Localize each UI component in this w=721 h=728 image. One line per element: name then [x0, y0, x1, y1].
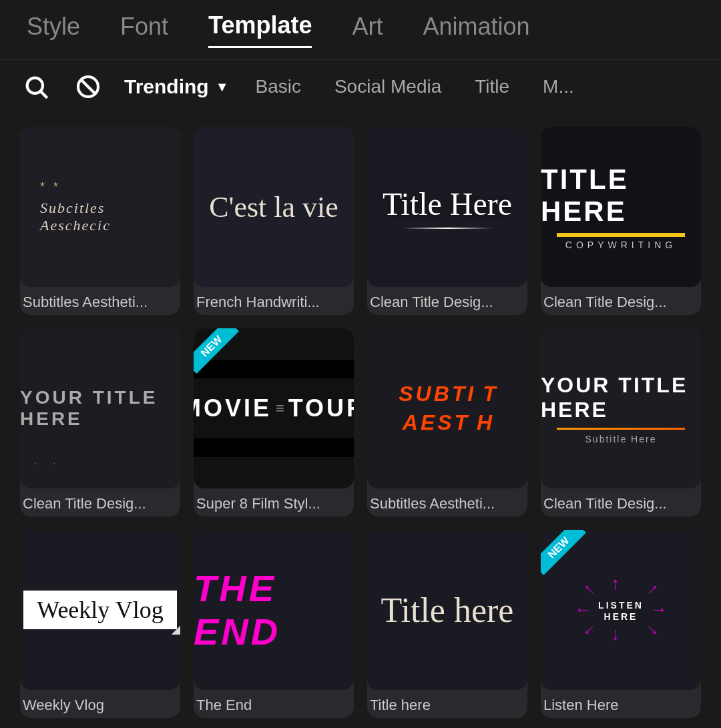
new-badge: [194, 328, 242, 376]
arrow-icon: ↑: [578, 621, 599, 641]
card-thumbnail: TITLE HERE COPYWRITING: [541, 127, 701, 287]
card-label: French Handwriti...: [194, 287, 354, 315]
film-bar-bottom: [194, 438, 354, 457]
trending-label: Trending: [124, 75, 209, 98]
template-card[interactable]: ↑ ↑ ↑ ↑ ↑ ↑ ↑ ↑ LISTEN HERE Listen Here: [541, 530, 701, 718]
filter-title[interactable]: Title: [468, 76, 516, 97]
arrow-icon: ↑: [611, 573, 620, 594]
template-card[interactable]: Title Here Clean Title Desig...: [367, 127, 527, 315]
template-card[interactable]: TITLE HERE COPYWRITING Clean Title Desig…: [541, 127, 701, 315]
arrow-icon: ↑: [611, 626, 620, 647]
svg-line-1: [41, 92, 47, 98]
template-card[interactable]: C'est la vie French Handwriti...: [194, 127, 354, 315]
card-thumbnail: YOUR TITLE HERE . .: [20, 328, 180, 488]
arrow-icon: ↑: [643, 579, 664, 599]
subti-main-text: SUBTI: [399, 382, 476, 406]
card-thumbnail: SUBTI T AEST H: [367, 328, 527, 488]
decorative-dots: * *: [40, 180, 61, 194]
card-label: Clean Title Desig...: [541, 287, 701, 315]
card-title-text: THE END: [194, 567, 354, 653]
vlog-box: Weekly Vlog: [23, 591, 176, 629]
template-card[interactable]: YOUR TITLE HERE Subtitle Here Clean Titl…: [541, 328, 701, 516]
card-label: Super 8 Film Styl...: [194, 488, 354, 516]
card-title-text: Weekly Vlog: [37, 596, 163, 624]
filter-more[interactable]: M...: [536, 76, 581, 97]
svg-line-3: [80, 79, 96, 95]
decorative-line: [557, 233, 685, 237]
card-title-text: TITLE HERE: [541, 163, 701, 228]
card-title-text: Subcitles Aeschecic: [40, 200, 160, 234]
subti-row-1: SUBTI T: [399, 382, 496, 406]
card-thumbnail: C'est la vie: [194, 127, 354, 287]
subti-main-text-2: AEST: [403, 410, 470, 435]
tab-style[interactable]: Style: [27, 13, 80, 47]
template-card[interactable]: THE END The End: [194, 530, 354, 718]
template-card[interactable]: Weekly Vlog Weekly Vlog: [20, 530, 180, 718]
tab-template[interactable]: Template: [208, 11, 312, 48]
movie-tour-content: MOVIE ≡ TOUR: [194, 378, 354, 438]
template-card[interactable]: YOUR TITLE HERE . . Clean Title Desig...: [20, 328, 180, 516]
trending-dropdown[interactable]: Trending ▼: [124, 75, 228, 98]
subti-letter-1: T: [483, 382, 496, 406]
card-thumbnail: Title here: [367, 530, 527, 690]
card-label: Clean Title Desig...: [20, 488, 180, 516]
card-title-text: Title Here: [383, 186, 512, 222]
template-card[interactable]: MOVIE ≡ TOUR Super 8 Film Styl...: [194, 328, 354, 516]
arrow-icon: ↑: [578, 579, 599, 599]
movie-separator: ≡: [276, 400, 284, 417]
filter-bar: Trending ▼ Basic Social Media Title M...: [0, 60, 721, 113]
card-subtitle-text: COPYWRITING: [565, 240, 676, 250]
filter-basic[interactable]: Basic: [248, 76, 307, 97]
card-label: Subtitles Aestheti...: [367, 488, 527, 516]
tab-animation[interactable]: Animation: [423, 13, 529, 47]
filter-social-media[interactable]: Social Media: [328, 76, 448, 97]
card-thumbnail: * * Subcitles Aeschecic: [20, 127, 180, 287]
template-card[interactable]: SUBTI T AEST H Subtitles Aestheti...: [367, 328, 527, 516]
card-thumbnail: THE END: [194, 530, 354, 690]
subti-row-2: AEST H: [403, 410, 492, 435]
decorative-line: [402, 228, 493, 229]
card-label: Subtitles Aestheti...: [20, 287, 180, 315]
tab-art[interactable]: Art: [352, 13, 383, 47]
card-label: The End: [194, 690, 354, 718]
card-label: Title here: [367, 690, 527, 718]
template-card[interactable]: * * Subcitles Aeschecic Subtitles Aesthe…: [20, 127, 180, 315]
card-label: Weekly Vlog: [20, 690, 180, 718]
listen-text: LISTEN HERE: [584, 600, 658, 623]
card-thumbnail: YOUR TITLE HERE Subtitle Here: [541, 328, 701, 488]
card-subtitle-text: Subtitle Here: [585, 434, 657, 444]
card-thumbnail: Title Here: [367, 127, 527, 287]
movie-text: MOVIE: [194, 394, 272, 422]
search-icon[interactable]: [20, 71, 52, 103]
decorative-dots: . .: [33, 451, 61, 468]
listen-arrows: ↑ ↑ ↑ ↑ ↑ ↑ ↑ ↑ LISTEN HERE: [584, 573, 658, 647]
template-grid: * * Subcitles Aeschecic Subtitles Aesthe…: [0, 113, 721, 728]
template-card[interactable]: Title here Title here: [367, 530, 527, 718]
svg-point-0: [27, 78, 43, 93]
top-nav: Style Font Template Art Animation: [0, 0, 721, 60]
tab-font[interactable]: Font: [120, 13, 168, 47]
tour-text: TOUR: [288, 394, 354, 422]
card-title-text: C'est la vie: [209, 190, 338, 224]
filter-block-icon[interactable]: [72, 71, 104, 103]
card-label: Clean Title Desig...: [367, 287, 527, 315]
new-badge: [541, 530, 589, 578]
card-label: Clean Title Desig...: [541, 488, 701, 516]
card-title-text: Title here: [381, 591, 514, 630]
subti-letter-2: H: [477, 410, 492, 435]
card-label: Listen Here: [541, 690, 701, 718]
card-title-text: YOUR TITLE HERE: [541, 373, 701, 422]
arrow-icon: ↑: [643, 621, 664, 641]
decorative-line: [557, 428, 685, 430]
card-title-text: YOUR TITLE HERE: [20, 387, 180, 430]
vlog-fold: [172, 624, 180, 635]
dropdown-arrow-icon: ▼: [216, 79, 229, 95]
card-thumbnail: Weekly Vlog: [20, 530, 180, 690]
